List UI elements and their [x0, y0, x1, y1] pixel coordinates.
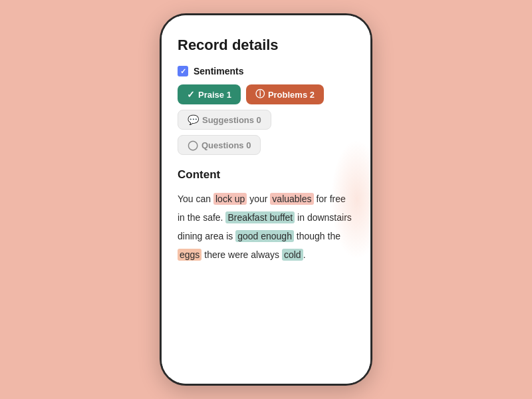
content-body: You can lock up your valuables for free …: [178, 190, 354, 264]
sentiments-label-row: Sentiments: [178, 66, 354, 76]
problems-icon: ⓘ: [255, 88, 265, 100]
highlight-breakfast-buffet: Breakfast buffet: [225, 211, 295, 223]
sentiments-label: Sentiments: [194, 66, 243, 76]
badges-row-secondary: 💬 Suggestions 0 ◯ Questions 0: [178, 110, 354, 155]
highlight-cold: cold: [282, 249, 303, 261]
highlight-valuables: valuables: [270, 193, 313, 205]
badge-suggestions[interactable]: 💬 Suggestions 0: [178, 110, 271, 130]
phone-frame: Record details Sentiments ✓ Praise 1 ⓘ P…: [160, 13, 372, 386]
suggestions-label: Suggestions 0: [202, 115, 261, 125]
text-plain-1: You can: [178, 194, 213, 204]
badge-praise[interactable]: ✓ Praise 1: [178, 84, 241, 104]
questions-label: Questions 0: [201, 140, 251, 150]
text-plain-6: there were always: [201, 249, 282, 260]
highlight-good-enough: good enough: [235, 230, 294, 242]
badges-row-primary: ✓ Praise 1 ⓘ Problems 2: [178, 84, 354, 104]
content-section: Content You can lock up your valuables f…: [178, 168, 354, 264]
sentiments-section: Sentiments ✓ Praise 1 ⓘ Problems 2 💬 Sug…: [178, 66, 354, 155]
praise-label: Praise 1: [198, 90, 231, 100]
praise-icon: ✓: [187, 89, 195, 100]
text-plain-2: your: [247, 194, 270, 204]
phone-content: Record details Sentiments ✓ Praise 1 ⓘ P…: [162, 15, 370, 384]
problems-label: Problems 2: [268, 90, 315, 100]
badge-questions[interactable]: ◯ Questions 0: [178, 135, 261, 155]
text-plain-7: .: [303, 249, 306, 260]
highlight-eggs: eggs: [178, 249, 201, 261]
badge-problems[interactable]: ⓘ Problems 2: [246, 84, 324, 104]
page-title: Record details: [178, 37, 354, 54]
content-title: Content: [178, 168, 354, 182]
highlight-lock-up: lock up: [213, 193, 247, 205]
sentiments-checkbox[interactable]: [178, 66, 188, 76]
suggestions-icon: 💬: [188, 114, 199, 125]
questions-icon: ◯: [188, 140, 198, 150]
text-plain-5: though the: [294, 231, 340, 241]
